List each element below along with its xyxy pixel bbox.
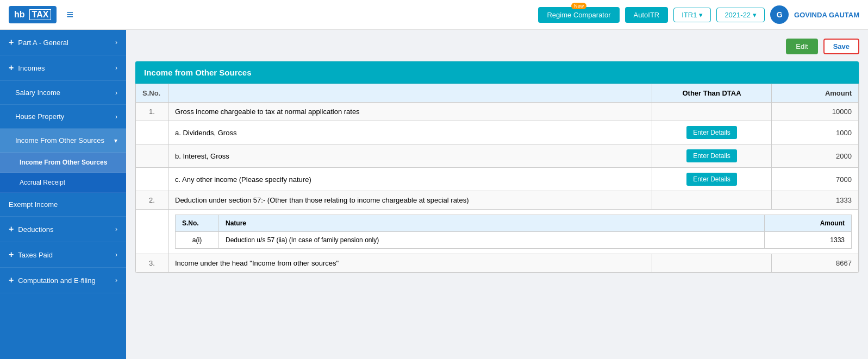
sidebar-label-house-property: House Property: [15, 112, 64, 121]
inner-row1-amount: 1333: [765, 232, 852, 249]
col-sno: S.No.: [136, 84, 168, 103]
sidebar-label-salary: Salary Income: [15, 89, 60, 97]
sidebar-item-exempt-income[interactable]: Exempt Income: [0, 193, 126, 217]
sidebar-label-incomes: Incomes: [18, 64, 45, 72]
sidebar-subitem-income-other-sources[interactable]: Income From Other Sources: [0, 153, 126, 173]
sidebar-sublabel-accrual-receipt: Accrual Receipt: [20, 179, 65, 186]
arrow-icon: ›: [115, 89, 117, 97]
row2-inner-cell: S.No. Nature Amount a(i) Deduction u/s 5…: [168, 210, 859, 254]
user-name: GOVINDA GAUTAM: [794, 11, 859, 19]
hamburger-icon[interactable]: ≡: [66, 8, 73, 22]
row1-dtaa: [652, 103, 772, 121]
enter-details-dividends-button[interactable]: Enter Details: [686, 126, 737, 139]
sidebar-sub-income-other: Income From Other Sources Accrual Receip…: [0, 153, 126, 193]
logo: hb TAX: [9, 6, 57, 23]
table-row: 2. Deduction under section 57:- (Other t…: [136, 191, 859, 210]
year-label: 2021-22: [725, 11, 751, 19]
row1b-label: b. Interest, Gross: [168, 144, 652, 168]
row2-description: Deduction under section 57:- (Other than…: [168, 191, 652, 210]
sidebar-item-income-other[interactable]: Income From Other Sources ▾: [0, 129, 126, 153]
arrow-icon: ▾: [114, 137, 117, 144]
table-row: 3. Income under the head "Income from ot…: [136, 254, 859, 273]
arrow-icon: ›: [115, 113, 117, 121]
inner-col-sno: S.No.: [176, 215, 219, 232]
edit-button[interactable]: Edit: [786, 39, 817, 54]
arrow-icon: ›: [115, 251, 117, 259]
row1-amount: 10000: [772, 103, 859, 121]
sidebar-item-incomes[interactable]: + Incomes ›: [0, 55, 126, 81]
inner-deduction-table: S.No. Nature Amount a(i) Deduction u/s 5…: [175, 215, 852, 249]
row2-sno: 2.: [136, 191, 168, 210]
sidebar-label-exempt-income: Exempt Income: [9, 200, 58, 209]
logo-tax: TAX: [29, 9, 52, 20]
user-avatar: G: [770, 5, 789, 24]
row3-sno: 3.: [136, 254, 168, 273]
row3-dtaa: [652, 254, 772, 273]
table-row: 1. Gross income chargeable to tax at nor…: [136, 103, 859, 121]
sidebar-sublabel-income-other-sources: Income From Other Sources: [20, 159, 107, 166]
arrow-icon: ›: [115, 64, 117, 72]
col-other-dtaa: Other Than DTAA: [652, 84, 772, 103]
sidebar: + Part A - General › + Incomes › Salary …: [0, 30, 126, 359]
row1-description: Gross income chargeable to tax at normal…: [168, 103, 652, 121]
action-bar: Edit Save: [135, 39, 859, 54]
section-title: Income from Other Sources: [135, 61, 859, 84]
autoitr-button[interactable]: AutoITR: [625, 7, 669, 23]
main-content: Edit Save Income from Other Sources S.No…: [126, 30, 868, 359]
row1a-dtaa: Enter Details: [652, 121, 772, 144]
row1a-amount: 1000: [772, 121, 859, 144]
row3-description: Income under the head "Income from other…: [168, 254, 652, 273]
sidebar-label-taxes-paid: Taxes Paid: [18, 251, 53, 259]
year-chevron-icon: ▾: [753, 11, 757, 19]
plus-icon: +: [9, 37, 14, 47]
row2-dtaa: [652, 191, 772, 210]
sidebar-item-taxes-paid[interactable]: + Taxes Paid ›: [0, 242, 126, 268]
plus-icon: +: [9, 63, 14, 73]
top-navigation: hb TAX ≡ New Regime Comparator AutoITR I…: [0, 0, 868, 30]
save-button[interactable]: Save: [823, 39, 859, 54]
sidebar-label-deductions: Deductions: [18, 225, 53, 234]
row1c-dtaa: Enter Details: [652, 168, 772, 191]
plus-icon: +: [9, 224, 14, 234]
arrow-icon: ›: [115, 39, 117, 46]
sidebar-item-salary[interactable]: Salary Income ›: [0, 81, 126, 105]
table-row: c. Any other income (Please specify natu…: [136, 168, 859, 191]
main-table: S.No. Other Than DTAA Amount 1. Gross in…: [135, 84, 859, 273]
row1-sno: 1.: [136, 103, 168, 121]
row1c-label: c. Any other income (Please specify natu…: [168, 168, 652, 191]
sidebar-subitem-accrual-receipt[interactable]: Accrual Receipt: [0, 173, 126, 193]
enter-details-other-button[interactable]: Enter Details: [686, 173, 737, 186]
logo-hb: hb: [14, 10, 25, 20]
sidebar-item-house-property[interactable]: House Property ›: [0, 105, 126, 129]
sidebar-item-computation[interactable]: + Computation and E-filing ›: [0, 268, 126, 293]
col-amount: Amount: [772, 84, 859, 103]
page-layout: + Part A - General › + Incomes › Salary …: [0, 30, 868, 359]
sidebar-label-income-other: Income From Other Sources: [15, 136, 104, 144]
row1a-label: a. Dividends, Gross: [168, 121, 652, 144]
table-row: b. Interest, Gross Enter Details 2000: [136, 144, 859, 168]
inner-table-row: a(i) Deduction u/s 57 (iia) (In case of …: [176, 232, 852, 249]
row3-amount: 8667: [772, 254, 859, 273]
sidebar-item-deductions[interactable]: + Deductions ›: [0, 217, 126, 242]
sidebar-label-computation: Computation and E-filing: [18, 276, 95, 285]
table-header-row: S.No. Other Than DTAA Amount: [136, 84, 859, 103]
sidebar-item-part-a[interactable]: + Part A - General ›: [0, 30, 126, 55]
year-dropdown-button[interactable]: 2021-22 ▾: [716, 8, 765, 22]
inner-col-amount: Amount: [765, 215, 852, 232]
row1c-amount: 7000: [772, 168, 859, 191]
new-badge: New: [571, 3, 586, 9]
inner-row1-sno: a(i): [176, 232, 219, 249]
sidebar-label-part-a: Part A - General: [18, 39, 68, 47]
enter-details-interest-button[interactable]: Enter Details: [686, 149, 737, 162]
income-from-other-sources-card: Income from Other Sources S.No. Other Th…: [135, 61, 859, 273]
regime-comparator-wrap: New Regime Comparator: [538, 7, 619, 23]
regime-comparator-button[interactable]: Regime Comparator: [538, 7, 619, 23]
plus-icon: +: [9, 275, 14, 285]
row2-amount: 1333: [772, 191, 859, 210]
col-description: [168, 84, 652, 103]
table-row-inner: S.No. Nature Amount a(i) Deduction u/s 5…: [136, 210, 859, 254]
itr-dropdown-button[interactable]: ITR1 ▾: [673, 8, 711, 22]
inner-col-nature: Nature: [219, 215, 765, 232]
itr-chevron-icon: ▾: [699, 11, 703, 19]
plus-icon: +: [9, 250, 14, 260]
